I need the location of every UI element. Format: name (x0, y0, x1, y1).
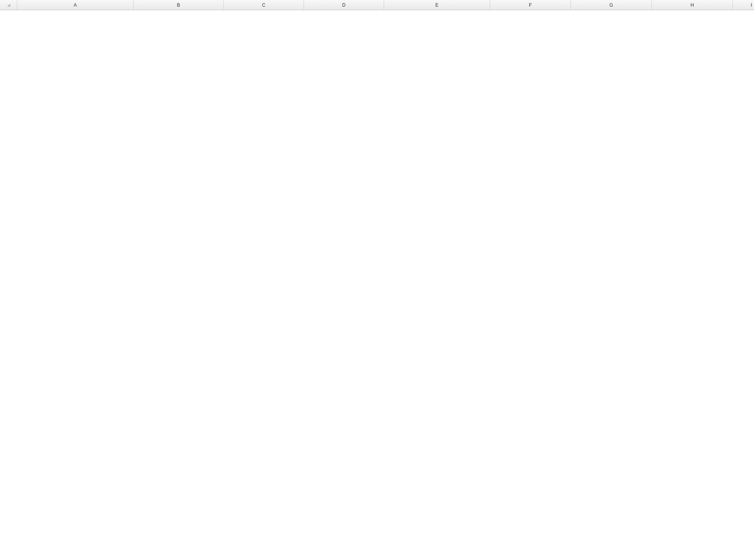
col-header-B[interactable]: B (134, 0, 224, 10)
col-header-E[interactable]: E (384, 0, 490, 10)
col-header-G[interactable]: G (571, 0, 652, 10)
col-header-H[interactable]: H (652, 0, 733, 10)
col-header-D[interactable]: D (304, 0, 384, 10)
col-header-I[interactable]: I (733, 0, 754, 10)
col-header-A[interactable]: A (17, 0, 134, 10)
col-header-F[interactable]: F (490, 0, 571, 10)
select-all-corner[interactable] (0, 0, 17, 10)
column-headers[interactable]: ABCDEFGHI (0, 0, 754, 10)
col-header-C[interactable]: C (224, 0, 304, 10)
